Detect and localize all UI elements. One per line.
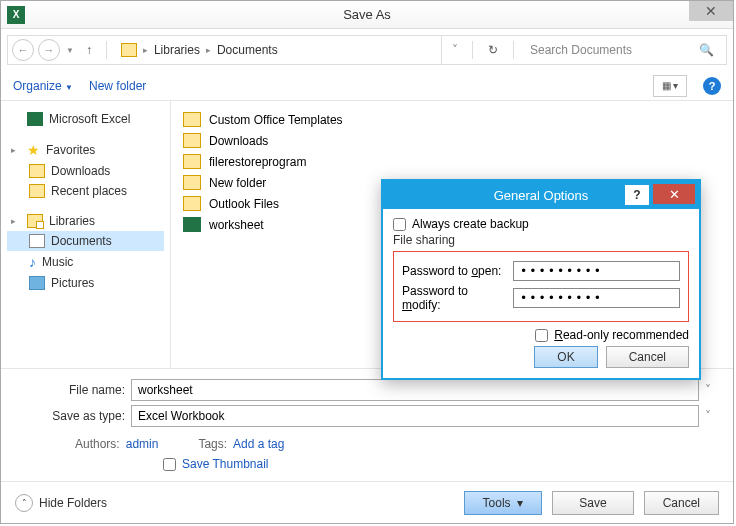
tree-documents[interactable]: Documents bbox=[7, 231, 164, 251]
save-type-select[interactable] bbox=[131, 405, 699, 427]
file-sharing-group: Password to open: Password to modify: bbox=[393, 251, 689, 322]
file-name-label: File name: bbox=[15, 383, 125, 397]
dialog-help-button[interactable]: ? bbox=[625, 185, 649, 205]
new-folder-button[interactable]: New folder bbox=[89, 79, 146, 93]
crumb-documents[interactable]: Documents bbox=[217, 43, 278, 57]
file-name-input[interactable] bbox=[131, 379, 699, 401]
cancel-button[interactable]: Cancel bbox=[644, 491, 719, 515]
folder-icon bbox=[183, 154, 201, 169]
libraries-icon bbox=[27, 214, 43, 228]
search-placeholder: Search Documents bbox=[530, 43, 632, 57]
save-type-label: Save as type: bbox=[15, 409, 125, 423]
back-button[interactable]: ← bbox=[12, 39, 34, 61]
folder-icon bbox=[183, 175, 201, 190]
dropdown-icon[interactable]: ˅ bbox=[705, 409, 719, 423]
crumb-libraries[interactable]: Libraries bbox=[154, 43, 200, 57]
document-icon bbox=[29, 234, 45, 248]
password-modify-label: Password to modify: bbox=[402, 284, 505, 312]
dialog-ok-button[interactable]: OK bbox=[534, 346, 597, 368]
chevron-up-icon: ˄ bbox=[15, 494, 33, 512]
chevron-right-icon: ▸ bbox=[206, 45, 211, 55]
tags-value[interactable]: Add a tag bbox=[233, 437, 284, 451]
save-thumbnail-label: Save Thumbnail bbox=[182, 457, 269, 471]
footer: ˄ Hide Folders Tools ▾ Save Cancel bbox=[1, 481, 733, 523]
separator bbox=[513, 41, 514, 59]
dialog-cancel-button[interactable]: Cancel bbox=[606, 346, 689, 368]
save-thumbnail-checkbox[interactable] bbox=[163, 458, 176, 471]
search-box[interactable]: Search Documents 🔍 bbox=[522, 43, 722, 57]
folder-icon bbox=[29, 184, 45, 198]
tree-favorites[interactable]: ▸★Favorites bbox=[7, 139, 164, 161]
password-open-input[interactable] bbox=[513, 261, 680, 281]
folder-icon bbox=[183, 133, 201, 148]
save-as-window: X Save As ✕ ← → ▼ ↑ ▸ Libraries ▸ Docume… bbox=[0, 0, 734, 524]
read-only-label: Read-only recommended bbox=[554, 328, 689, 342]
tree-music[interactable]: ♪Music bbox=[7, 251, 164, 273]
tree-recent[interactable]: Recent places bbox=[7, 181, 164, 201]
path-dropdown-icon[interactable]: ˅ bbox=[446, 43, 464, 57]
help-button[interactable]: ? bbox=[703, 77, 721, 95]
excel-icon bbox=[27, 112, 43, 126]
folder-icon bbox=[183, 112, 201, 127]
save-button[interactable]: Save bbox=[552, 491, 633, 515]
separator bbox=[106, 41, 107, 59]
list-item[interactable]: Downloads bbox=[183, 130, 721, 151]
dialog-close-button[interactable]: ✕ bbox=[653, 184, 695, 204]
chevron-right-icon: ▸ bbox=[143, 45, 148, 55]
toolbar: Organize ▼ New folder ▦ ▾ ? bbox=[1, 71, 733, 101]
view-options-button[interactable]: ▦ ▾ bbox=[653, 75, 687, 97]
titlebar: X Save As ✕ bbox=[1, 1, 733, 29]
star-icon: ★ bbox=[27, 142, 40, 158]
nav-bar: ← → ▼ ↑ ▸ Libraries ▸ Documents ˅ ↻ Sear… bbox=[7, 35, 727, 65]
general-options-dialog: General Options ? ✕ Always create backup… bbox=[381, 179, 701, 380]
dialog-titlebar: General Options ? ✕ bbox=[383, 181, 699, 209]
tree-pictures[interactable]: Pictures bbox=[7, 273, 164, 293]
always-backup-checkbox[interactable] bbox=[393, 218, 406, 231]
password-modify-input[interactable] bbox=[513, 288, 680, 308]
file-sharing-label: File sharing bbox=[393, 233, 689, 247]
organize-button[interactable]: Organize ▼ bbox=[13, 79, 73, 93]
dialog-title: General Options bbox=[383, 188, 699, 203]
separator bbox=[472, 41, 473, 59]
forward-button[interactable]: → bbox=[38, 39, 60, 61]
breadcrumb[interactable]: ▸ Libraries ▸ Documents bbox=[115, 36, 442, 64]
hide-folders-button[interactable]: ˄ Hide Folders bbox=[15, 494, 107, 512]
form-area: File name: ˅ Save as type: ˅ Authors:adm… bbox=[1, 369, 733, 481]
list-item[interactable]: filerestoreprogram bbox=[183, 151, 721, 172]
folder-icon bbox=[183, 196, 201, 211]
authors-value[interactable]: admin bbox=[126, 437, 159, 451]
dropdown-icon[interactable]: ˅ bbox=[705, 383, 719, 397]
nav-tree: Microsoft Excel ▸★Favorites Downloads Re… bbox=[1, 101, 171, 368]
tags-label: Tags: bbox=[198, 437, 227, 451]
always-backup-label: Always create backup bbox=[412, 217, 529, 231]
excel-file-icon bbox=[183, 217, 201, 232]
read-only-checkbox[interactable] bbox=[535, 329, 548, 342]
tree-excel[interactable]: Microsoft Excel bbox=[7, 109, 164, 129]
up-button[interactable]: ↑ bbox=[80, 41, 98, 59]
window-title: Save As bbox=[1, 7, 733, 22]
tree-libraries[interactable]: ▸Libraries bbox=[7, 211, 164, 231]
window-close-button[interactable]: ✕ bbox=[689, 1, 733, 21]
password-open-label: Password to open: bbox=[402, 264, 505, 278]
folder-icon bbox=[121, 43, 137, 57]
history-dropdown-icon[interactable]: ▼ bbox=[66, 46, 74, 55]
refresh-button[interactable]: ↻ bbox=[481, 43, 505, 57]
tools-button[interactable]: Tools ▾ bbox=[464, 491, 543, 515]
list-item[interactable]: Custom Office Templates bbox=[183, 109, 721, 130]
folder-icon bbox=[29, 164, 45, 178]
search-icon: 🔍 bbox=[699, 43, 714, 57]
tree-downloads[interactable]: Downloads bbox=[7, 161, 164, 181]
authors-label: Authors: bbox=[75, 437, 120, 451]
pictures-icon bbox=[29, 276, 45, 290]
music-icon: ♪ bbox=[29, 254, 36, 270]
